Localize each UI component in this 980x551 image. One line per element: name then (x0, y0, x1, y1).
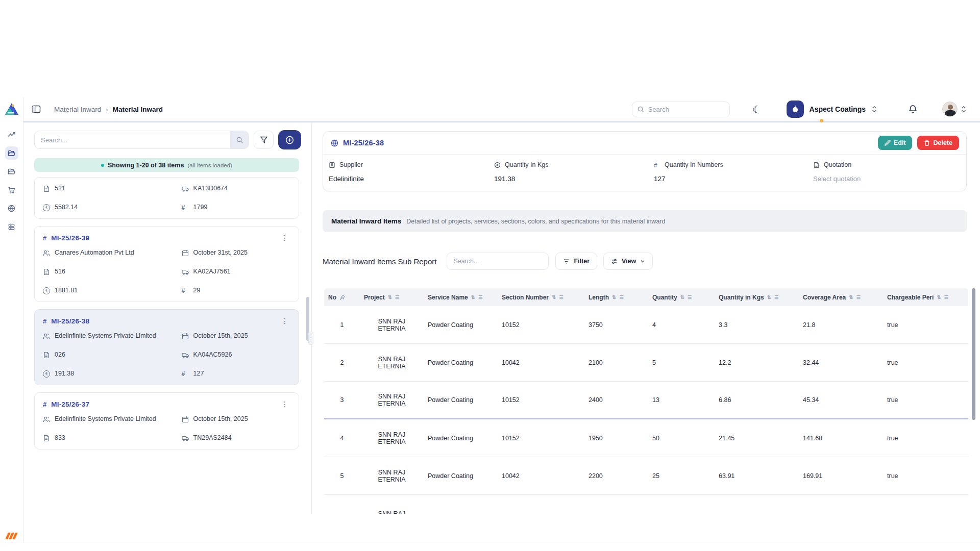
cell-service: Powder Coating (424, 321, 498, 329)
table-row[interactable]: 1SNN RAJ ETERNIAPowder Coating1015237504… (324, 306, 968, 344)
panel-resize-handle[interactable]: ⁞ (308, 332, 313, 345)
inward-card-mi-25-26-38[interactable]: #MI-25/26-38⋮Edelinfinite Systems Privat… (34, 309, 299, 385)
subreport-search-input[interactable] (453, 258, 542, 265)
column-header-coverage-area[interactable]: Coverage Area⇅☰ (799, 294, 883, 301)
column-label: No (328, 294, 336, 301)
sidebar-item-reports[interactable] (5, 220, 18, 233)
global-search-input[interactable] (648, 106, 715, 113)
card-menu-kebab-icon[interactable]: ⋮ (279, 317, 290, 325)
table-row[interactable]: 4SNN RAJ ETERNIAPowder Coating1015219505… (324, 419, 968, 457)
column-header-section-number[interactable]: Section Number⇅☰ (498, 294, 584, 301)
field-value: Edelinifinite (329, 175, 494, 183)
column-menu-icon[interactable]: ☰ (478, 295, 482, 300)
subreport-toolbar: Material Inward Items Sub Report Filter … (323, 252, 967, 270)
cell-quantity: 4 (648, 321, 715, 329)
card-vehicle-no: KA13D0674 (193, 185, 228, 192)
column-header-chargeable-peri[interactable]: Chargeable Peri⇅☰ (883, 294, 968, 301)
sort-icon[interactable]: ⇅ (680, 294, 684, 300)
cell-section: 10152 (498, 435, 584, 442)
column-header-length[interactable]: Length⇅☰ (584, 294, 648, 301)
column-menu-icon[interactable]: ☰ (688, 295, 691, 300)
column-menu-icon[interactable]: ☰ (944, 295, 948, 300)
sort-icon[interactable]: ⇅ (767, 294, 771, 300)
inward-card-mi-25-26-37[interactable]: #MI-25/26-37⋮Edelinfinite Systems Privat… (34, 392, 299, 449)
column-header-quantity-in-kgs[interactable]: Quantity in Kgs⇅☰ (715, 294, 799, 301)
org-name: Aspect Coatings (810, 105, 866, 113)
inward-card-mi-25-26-39[interactable]: #MI-25/26-39⋮Canares Automation Pvt LtdO… (34, 226, 299, 302)
table-row[interactable]: 2SNN RAJ ETERNIAPowder Coating1004221005… (324, 344, 968, 382)
field-value[interactable]: Select quotation (813, 175, 958, 183)
inward-card-partial[interactable]: 521KA13D0674₹5582.14#1799 (34, 177, 299, 219)
sort-icon[interactable]: ⇅ (937, 294, 941, 300)
column-menu-icon[interactable]: ☰ (774, 295, 778, 300)
dark-mode-toggle-moon-icon[interactable]: ☾ (752, 104, 762, 115)
detail-field-quantity-in-kgs: Quantity In Kgs191.38 (494, 161, 654, 183)
sort-icon[interactable]: ⇅ (552, 294, 556, 300)
items-section-title: Material Inward Items (331, 217, 401, 225)
list-search-input[interactable] (35, 136, 230, 144)
add-inward-button[interactable] (278, 130, 301, 149)
column-menu-icon[interactable]: ☰ (559, 295, 562, 300)
inward-detail-panel: MI-25/26-38 Edit Delete SupplierEdelinif… (312, 123, 980, 514)
cell-coverage: 45.34 (799, 396, 883, 404)
cell-section: 10042 (498, 359, 584, 366)
folder-icon (8, 168, 15, 176)
column-menu-icon[interactable]: ☰ (395, 295, 399, 300)
sidebar-item-dashboard[interactable] (5, 128, 18, 141)
footer-divider (0, 542, 980, 542)
column-menu-icon[interactable]: ☰ (856, 295, 860, 300)
user-menu[interactable] (942, 102, 967, 117)
column-header-project[interactable]: Project⇅☰ (360, 294, 424, 301)
sidebar-item-material-inward[interactable] (5, 146, 18, 160)
column-header-quantity[interactable]: Quantity⇅☰ (648, 294, 715, 301)
table-row[interactable]: SNN RAJ (324, 495, 968, 514)
notifications-bell-icon[interactable] (908, 105, 918, 114)
cell-qty_kgs: 63.91 (715, 472, 799, 480)
cell-length: 2400 (584, 396, 648, 404)
column-header-service-name[interactable]: Service Name⇅☰ (424, 294, 498, 301)
sidebar-item-material-outward[interactable] (5, 165, 18, 178)
card-doc-no: 833 (55, 434, 65, 441)
truck-icon (182, 352, 189, 359)
list-search-button[interactable] (230, 131, 249, 148)
card-supplier: Edelinfinite Systems Private Limited (55, 415, 156, 422)
list-filter-button[interactable] (254, 131, 274, 149)
user-menu-chevrons-icon (961, 106, 967, 113)
subreport-filter-button[interactable]: Filter (555, 253, 597, 270)
card-menu-kebab-icon[interactable]: ⋮ (279, 400, 290, 408)
org-switcher[interactable]: Aspect Coatings (787, 101, 877, 118)
subreport-view-button[interactable]: View (603, 253, 653, 270)
card-title: MI-25/26-38 (51, 317, 89, 325)
sort-icon[interactable]: ⇅ (471, 294, 475, 300)
table-row[interactable]: 3SNN RAJ ETERNIAPowder Coating1015224001… (324, 382, 968, 419)
card-count: 127 (193, 370, 204, 377)
sliders-icon (611, 258, 618, 265)
card-menu-kebab-icon[interactable]: ⋮ (279, 234, 290, 242)
delete-button[interactable]: Delete (917, 136, 959, 150)
chevron-down-icon (640, 259, 645, 264)
hash-icon: # (43, 234, 46, 242)
sidebar-item-web[interactable] (5, 202, 18, 215)
breadcrumb-parent[interactable]: Material Inward (54, 106, 101, 113)
global-search (632, 102, 730, 117)
edit-button[interactable]: Edit (878, 136, 913, 150)
table-row[interactable]: 5SNN RAJ ETERNIAPowder Coating1004222002… (324, 457, 968, 495)
cell-chargeable: true (883, 321, 968, 329)
table-scrollbar-thumb[interactable] (972, 288, 975, 420)
cell-project: SNN RAJ ETERNIA (360, 431, 424, 445)
cell-no: 5 (324, 472, 360, 480)
search-icon (638, 106, 644, 113)
edit-button-label: Edit (894, 139, 906, 146)
sidebar-item-purchases[interactable] (5, 183, 18, 196)
sort-icon[interactable]: ⇅ (388, 294, 392, 300)
sidebar-toggle-icon[interactable] (32, 105, 41, 114)
column-menu-icon[interactable]: ☰ (619, 295, 623, 300)
users-icon (43, 416, 50, 423)
hash-icon: # (43, 400, 46, 408)
card-supplier: Canares Automation Pvt Ltd (55, 249, 134, 256)
sort-icon[interactable]: ⇅ (612, 294, 616, 300)
column-header-no[interactable]: No (324, 294, 360, 301)
handle-dots-icon: ⁞ (310, 336, 311, 341)
sort-icon[interactable]: ⇅ (849, 294, 853, 300)
app-logo-icon[interactable] (4, 102, 19, 117)
